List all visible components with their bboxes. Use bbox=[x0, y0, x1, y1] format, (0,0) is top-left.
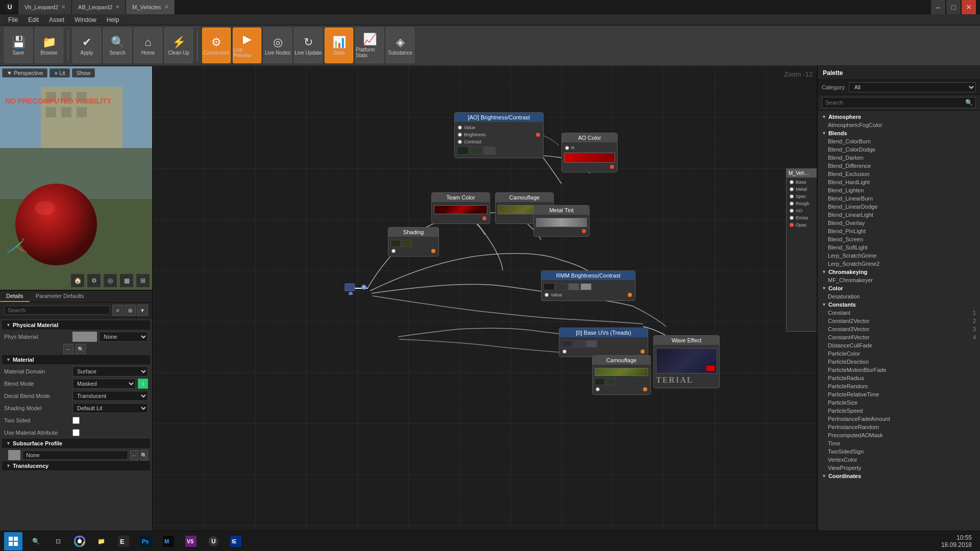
palette-item-15[interactable]: Blend_Screen bbox=[818, 235, 980, 243]
subsurface-input[interactable] bbox=[22, 450, 128, 460]
palette-item-12[interactable]: Blend_LinearLight bbox=[818, 211, 980, 219]
taskbar-chrome[interactable] bbox=[71, 533, 88, 549]
menu-item-file[interactable]: File bbox=[3, 15, 23, 24]
blend-mode-select[interactable]: Masked bbox=[72, 379, 136, 389]
palette-item-33[interactable]: ParticleRandom bbox=[818, 382, 980, 390]
palette-item-35[interactable]: ParticleSize bbox=[818, 398, 980, 407]
two-sided-checkbox[interactable] bbox=[72, 417, 80, 424]
palette-item-27[interactable]: Constant4Vector4 bbox=[818, 333, 980, 341]
palette-item-40[interactable]: Time bbox=[818, 439, 980, 447]
tab-close-0[interactable]: ✕ bbox=[61, 4, 65, 10]
toolbar-btn-apply[interactable]: ✔Apply bbox=[72, 28, 101, 63]
toolbar-btn-substance[interactable]: ◈Substance bbox=[386, 28, 414, 63]
palette-item-34[interactable]: ParticleRelativeTime bbox=[818, 390, 980, 398]
main-material-node[interactable]: M_Veh... Base Metal Spec Rough AO Emiss … bbox=[786, 168, 817, 332]
material-section-header[interactable]: Material bbox=[2, 355, 150, 364]
toolbar-btn-search[interactable]: 🔍Search bbox=[103, 28, 132, 63]
close-button[interactable]: ✕ bbox=[962, 0, 976, 14]
palette-item-13[interactable]: Blend_Overlay bbox=[818, 219, 980, 227]
subsurface-search[interactable]: 🔍 bbox=[140, 450, 148, 460]
toolbar-btn-stats[interactable]: 📊Stats bbox=[325, 28, 353, 63]
palette-item-6[interactable]: Blend_Difference bbox=[818, 162, 980, 170]
details-more-button[interactable]: ▼ bbox=[137, 305, 148, 316]
palette-item-7[interactable]: Blend_Exclusion bbox=[818, 170, 980, 178]
palette-cat-2[interactable]: Blends bbox=[818, 129, 980, 137]
palette-item-37[interactable]: PerInstanceFadeAmount bbox=[818, 415, 980, 423]
palette-item-38[interactable]: PerInstanceRandom bbox=[818, 423, 980, 431]
node-metal-tint[interactable]: Metal Tint bbox=[533, 205, 590, 237]
details-tab-params[interactable]: Parameter Defaults bbox=[30, 291, 90, 302]
palette-item-8[interactable]: Blend_HardLight bbox=[818, 178, 980, 186]
toolbar-btn-platform-stats[interactable]: 📈Platform Stats bbox=[355, 28, 384, 63]
toolbar-btn-live-preview[interactable]: ▶Live Preview bbox=[233, 28, 261, 63]
details-tab-details[interactable]: Details bbox=[0, 291, 30, 302]
taskbar-task-view[interactable]: ⊡ bbox=[49, 532, 67, 550]
node-ao-brightness[interactable]: [AO] Brightness/Contrast Value Brightnes… bbox=[454, 112, 544, 158]
toolbar-btn-connectors[interactable]: ⚙Connectors bbox=[202, 28, 231, 63]
palette-item-3[interactable]: Blend_ColorBurn bbox=[818, 137, 980, 145]
palette-item-18[interactable]: Lerp_ScratchGrime2 bbox=[818, 260, 980, 268]
palette-cat-23[interactable]: Constants bbox=[818, 300, 980, 309]
palette-item-14[interactable]: Blend_PinLight bbox=[818, 227, 980, 235]
title-tab-1[interactable]: AB_Leopard2✕ bbox=[72, 0, 126, 14]
toolbar-btn-browse[interactable]: 📁Browse bbox=[35, 28, 63, 63]
decal-blend-select[interactable]: Translucent bbox=[72, 391, 148, 401]
palette-cat-19[interactable]: Chromakeying bbox=[818, 268, 980, 276]
vp-tool-5[interactable]: ⊞ bbox=[136, 273, 150, 288]
node-camouflage2[interactable]: Camouflage bbox=[592, 355, 651, 395]
subsurface-swatch[interactable] bbox=[8, 450, 20, 460]
palette-item-25[interactable]: Constant2Vector2 bbox=[818, 317, 980, 325]
phys-material-select[interactable]: None bbox=[99, 332, 148, 342]
taskbar-unreal[interactable]: U bbox=[204, 532, 223, 550]
blend-mode-info[interactable]: i bbox=[138, 379, 148, 389]
palette-category-select[interactable]: All bbox=[849, 82, 976, 92]
palette-item-41[interactable]: TwoSidedSign bbox=[818, 447, 980, 456]
details-search-input[interactable] bbox=[4, 306, 110, 315]
palette-item-36[interactable]: ParticleSpeed bbox=[818, 407, 980, 415]
palette-item-10[interactable]: Blend_LinearBurn bbox=[818, 194, 980, 203]
palette-item-43[interactable]: ViewProperty bbox=[818, 464, 980, 472]
material-domain-select[interactable]: Surface bbox=[72, 366, 148, 377]
palette-item-5[interactable]: Blend_Darken bbox=[818, 154, 980, 162]
menu-item-window[interactable]: Window bbox=[69, 15, 102, 24]
palette-item-9[interactable]: Blend_Lighten bbox=[818, 186, 980, 194]
palette-item-22[interactable]: Desaturation bbox=[818, 292, 980, 300]
vp-tool-3[interactable]: ◎ bbox=[103, 273, 117, 288]
taskbar-vs[interactable]: VS bbox=[182, 532, 200, 550]
palette-item-26[interactable]: Constant3Vector3 bbox=[818, 325, 980, 333]
title-tab-0[interactable]: Vh_Leopard2✕ bbox=[18, 0, 72, 14]
phys-material-search[interactable]: 🔍 bbox=[76, 344, 86, 354]
shading-model-select[interactable]: Default Lit bbox=[72, 403, 148, 413]
physical-material-section-header[interactable]: Physical Material bbox=[2, 320, 150, 330]
vp-tool-2[interactable]: ⚙ bbox=[87, 273, 101, 288]
maximize-button[interactable]: □ bbox=[946, 0, 961, 14]
palette-item-42[interactable]: VertexColor bbox=[818, 456, 980, 464]
viewport[interactable]: ▼ Perspective ● Lit Show NO PRECOMPUTED … bbox=[0, 66, 152, 291]
toolbar-btn-home[interactable]: ⌂Home bbox=[134, 28, 162, 63]
vp-tool-1[interactable]: 🏠 bbox=[70, 273, 85, 288]
palette-cat-0[interactable]: Atmosphere bbox=[818, 113, 980, 121]
menu-item-edit[interactable]: Edit bbox=[23, 15, 44, 24]
palette-cat-44[interactable]: Coordinates bbox=[818, 472, 980, 480]
show-dropdown[interactable]: Show bbox=[72, 68, 95, 78]
perspective-dropdown[interactable]: ▼ Perspective bbox=[2, 68, 47, 78]
grid-view-button[interactable]: ⊞ bbox=[125, 305, 136, 316]
palette-item-30[interactable]: ParticleDirection bbox=[818, 358, 980, 366]
palette-item-1[interactable]: AtmosphericFogColor bbox=[818, 121, 980, 129]
toolbar-btn-live-nodes[interactable]: ◎Live Nodes bbox=[263, 28, 292, 63]
lit-dropdown[interactable]: ● Lit bbox=[50, 68, 69, 78]
taskbar-photoshop[interactable]: Ps bbox=[137, 532, 155, 550]
palette-item-4[interactable]: Blend_ColorDodge bbox=[818, 145, 980, 154]
vp-tool-4[interactable]: ▦ bbox=[119, 273, 134, 288]
toolbar-btn-clean-up[interactable]: ⚡Clean Up bbox=[164, 28, 193, 63]
subsurface-section-header[interactable]: Subsurface Profile bbox=[2, 439, 150, 448]
tab-close-2[interactable]: ✕ bbox=[164, 4, 168, 10]
palette-item-32[interactable]: ParticleRadius bbox=[818, 374, 980, 382]
translucency-section-header[interactable]: Translucency bbox=[2, 461, 150, 470]
node-rmm-brightness[interactable]: RMM Brightness/Contrast Value bbox=[541, 270, 635, 301]
node-base-uvs[interactable]: [0] Base UVs (Treads) bbox=[559, 328, 648, 357]
palette-item-11[interactable]: Blend_LinearDodge bbox=[818, 203, 980, 211]
palette-search-input[interactable] bbox=[822, 97, 976, 108]
left-connector[interactable] bbox=[345, 280, 370, 296]
taskbar-start[interactable] bbox=[4, 532, 22, 550]
